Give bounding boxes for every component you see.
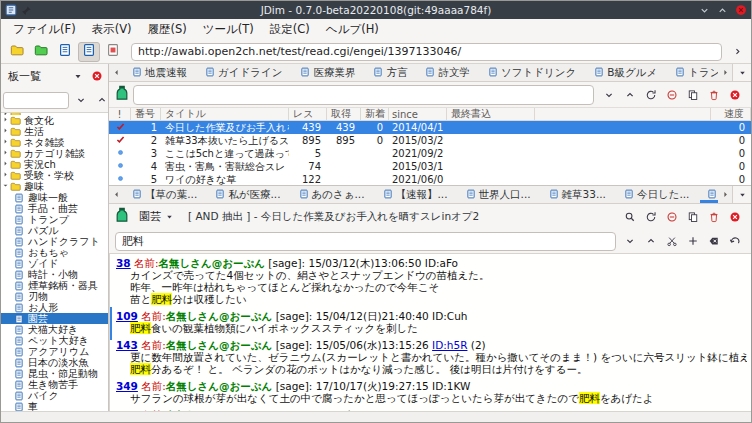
sidebar-dropdown-icon[interactable]	[69, 68, 86, 85]
url-go-icon[interactable]	[729, 43, 746, 60]
expander-icon[interactable]	[1, 116, 10, 125]
board-tab-0[interactable]: 地震速報	[123, 64, 196, 81]
threadlist-view-button[interactable]	[54, 42, 76, 62]
tree-board-ハンドクラフト[interactable]: ハンドクラフト	[1, 236, 108, 247]
thread-row-1[interactable]: 1今日した作業及びお手入れを晒す43943902014/04/10	[109, 121, 751, 134]
expander-icon[interactable]	[1, 182, 10, 191]
board-tab-3[interactable]: 方言	[364, 64, 416, 81]
imageview-button[interactable]	[102, 42, 124, 62]
tree-category-ネタ雑談[interactable]: ネタ雑談	[1, 137, 108, 148]
thread-tabs-scroll-right-icon[interactable]	[718, 186, 732, 203]
tree-board-おもちゃ[interactable]: おもちゃ	[1, 247, 108, 258]
url-input[interactable]	[131, 43, 722, 61]
close-button[interactable]	[724, 207, 745, 227]
post-number-link[interactable]: 109	[116, 310, 138, 322]
chevron-down-button[interactable]	[619, 231, 640, 251]
menu-item-0[interactable]: ファイル(F)	[5, 20, 84, 39]
shade-up-icon[interactable]	[717, 5, 728, 16]
tree-board-時計・小物[interactable]: 時計・小物	[1, 269, 108, 280]
tree-category-受験・学校[interactable]: 受験・学校	[1, 170, 108, 181]
chevron-up-button[interactable]	[640, 231, 661, 251]
thread-tab-4[interactable]: 世界人口...	[457, 186, 540, 203]
copy-button[interactable]	[682, 207, 703, 227]
expander-icon[interactable]	[1, 127, 10, 136]
search-button[interactable]	[619, 207, 640, 227]
tree-board-トランプ[interactable]: トランプ	[1, 214, 108, 225]
tree-category-趣味[interactable]: 趣味	[1, 181, 108, 192]
thread-tabs-scroll-left-icon[interactable]	[109, 186, 123, 203]
tree-board-バイク[interactable]: バイク	[1, 390, 108, 401]
tree-board-パズル[interactable]: パズル	[1, 225, 108, 236]
tree-board-車[interactable]: 車	[1, 401, 108, 411]
tree-board-ペット大好き[interactable]: ペット大好き	[1, 335, 108, 346]
tree-category-生活[interactable]: 生活	[1, 126, 108, 137]
thread-tab-6[interactable]: 今日した...	[615, 186, 699, 203]
backspace-button[interactable]	[703, 231, 724, 251]
tree-board-趣味一般[interactable]: 趣味一般	[1, 192, 108, 203]
tree-board-犬猫大好き[interactable]: 犬猫大好き	[1, 324, 108, 335]
window-close-button[interactable]	[735, 4, 747, 16]
stop-button[interactable]	[661, 85, 682, 105]
message-view[interactable]: 38 名前:名無しさん@おーぷん [sage]: 15/03/12(木)13:0…	[109, 254, 751, 411]
plus-button[interactable]	[682, 231, 703, 251]
chevron-down-button[interactable]	[598, 85, 619, 105]
sidebar-search-input[interactable]	[3, 92, 69, 109]
trash-button[interactable]	[703, 207, 724, 227]
tree-board-日本の淡水魚[interactable]: 日本の淡水魚	[1, 357, 108, 368]
post-number-link[interactable]: 143	[116, 339, 138, 351]
tree-board-お人形[interactable]: お人形	[1, 302, 108, 313]
thread-row-3[interactable]: 3ここは5chと違って過疎ってるんで52021/09/20	[109, 147, 751, 160]
expander-icon[interactable]	[1, 160, 10, 169]
menu-item-2[interactable]: 履歴(S)	[140, 20, 195, 39]
board-tab-5[interactable]: ソフトドリンク	[479, 64, 585, 81]
pin-icon[interactable]	[21, 5, 32, 16]
post-number-link[interactable]: 38	[116, 257, 131, 269]
thread-tab-7[interactable]: [AN...	[698, 186, 718, 203]
menu-item-4[interactable]: 設定(C)	[262, 20, 318, 39]
thread-tab-5[interactable]: 雑草33...	[540, 186, 615, 203]
board-tab-7[interactable]: トランプ	[666, 64, 718, 81]
refresh-button[interactable]	[640, 207, 661, 227]
thread-list-header[interactable]: !番号タイトルレス取得新着since最終書込速度	[109, 108, 751, 121]
board-tabs-menu-button[interactable]	[732, 64, 751, 81]
board-tab-2[interactable]: 医療業界	[291, 64, 364, 81]
board-tabs-scroll-right-icon[interactable]	[718, 64, 732, 81]
menu-item-1[interactable]: 表示(V)	[84, 20, 140, 39]
thread-tab-1[interactable]: 私が医療...	[206, 186, 289, 203]
thread-tab-0[interactable]: 【草の葉...	[123, 186, 206, 203]
shade-down-icon[interactable]	[699, 5, 710, 16]
menu-item-3[interactable]: ツール(T)	[195, 20, 262, 39]
tree-category-カテゴリ雑談[interactable]: カテゴリ雑談	[1, 148, 108, 159]
tree-board-煙草銘柄・器具[interactable]: 煙草銘柄・器具	[1, 280, 108, 291]
chevron-up-button[interactable]	[619, 85, 640, 105]
tree-category-食文化[interactable]: 食文化	[1, 115, 108, 126]
thread-tab-3[interactable]: 【速報】...	[374, 186, 457, 203]
message-search-input[interactable]	[115, 232, 616, 251]
post-id-link[interactable]: ID:h5R	[432, 339, 467, 351]
post-number-link[interactable]: 349	[116, 380, 138, 392]
tree-board-昆虫・節足動物[interactable]: 昆虫・節足動物	[1, 368, 108, 379]
expander-icon[interactable]	[1, 138, 10, 147]
sidebar-close-button[interactable]	[88, 68, 105, 85]
thread-filter-input[interactable]	[133, 85, 594, 105]
board-tab-1[interactable]: ガイドライン	[196, 64, 291, 81]
board-tabs-scroll-left-icon[interactable]	[109, 64, 123, 81]
threadview-button[interactable]	[78, 42, 100, 62]
expander-icon[interactable]	[1, 149, 10, 158]
menu-item-5[interactable]: ヘルプ(H)	[318, 20, 387, 39]
thread-row-2[interactable]: 2雑草33本抜いたら上げるスレ89589502015/03/20	[109, 134, 751, 147]
boardlist-button[interactable]	[6, 42, 28, 62]
tree-board-ゾイド[interactable]: ゾイド	[1, 258, 108, 269]
tree-board-園芸[interactable]: 園芸	[1, 313, 108, 324]
trash-button[interactable]	[703, 85, 724, 105]
refresh-button[interactable]	[640, 85, 661, 105]
board-tab-4[interactable]: 詩文学	[416, 64, 479, 81]
favorites-button[interactable]	[30, 42, 52, 62]
close-button[interactable]	[724, 85, 745, 105]
undo-button[interactable]	[724, 231, 745, 251]
expander-icon[interactable]	[1, 113, 10, 115]
tree-board-刃物[interactable]: 刃物	[1, 291, 108, 302]
stop-button[interactable]	[661, 207, 682, 227]
thread-row-5[interactable]: 5ワイの好きな草1222021/06/00	[109, 173, 751, 186]
tree-board-アクアリウム[interactable]: アクアリウム	[1, 346, 108, 357]
